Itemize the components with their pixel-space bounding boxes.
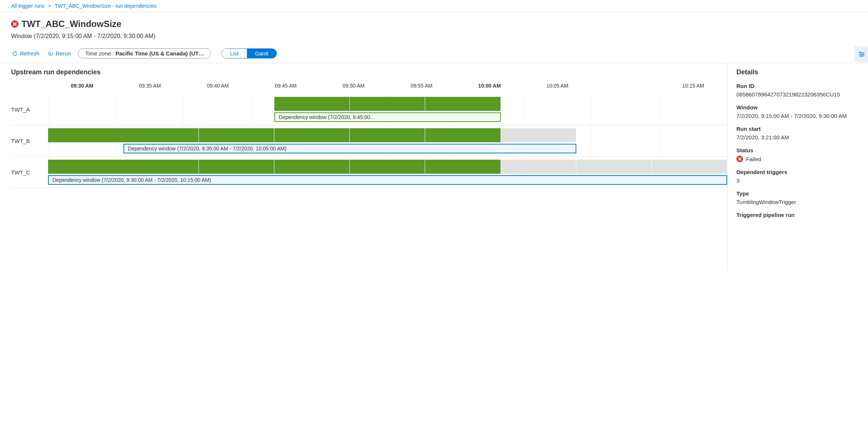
time-tick: 09:45 AM [252, 83, 320, 89]
breadcrumb-sep: > [48, 3, 51, 9]
time-tick: 09:35 AM [116, 83, 184, 89]
status-text: Failed [746, 156, 761, 162]
gantt-head: 09:30 AM09:35 AM09:40 AM09:45 AM09:50 AM… [11, 83, 727, 89]
rerun-button[interactable]: Rerun [47, 49, 72, 58]
dependency-window[interactable]: Dependency window (7/2/2020, 9:45:00… [274, 112, 501, 122]
timezone-prefix: Time zone : [85, 50, 115, 57]
toolbar: Refresh Rerun Time zone : Pacific Time (… [0, 48, 868, 63]
gantt-segment[interactable] [274, 128, 350, 142]
runid-value: 08586078964270732198223206356CU15 [736, 91, 859, 98]
gantt-segment[interactable] [501, 160, 576, 174]
time-tick: 09:55 AM [388, 83, 456, 89]
svg-point-3 [859, 52, 861, 54]
gantt-segment[interactable] [425, 160, 501, 174]
svg-point-5 [862, 54, 864, 55]
gantt-segment[interactable] [199, 160, 274, 174]
gantt-row: TWT_CDependency window (7/2/2020, 9:30:0… [11, 157, 727, 188]
gantt-segment[interactable] [199, 128, 274, 142]
gantt-segment[interactable] [350, 97, 425, 111]
gantt-row-timeline: Dependency window (7/2/2020, 9:30:00 AM … [48, 157, 727, 188]
details-panel: Details Run ID 0858607896427073219822320… [728, 63, 868, 270]
gantt-row: TWT_BDependency window (7/2/2020, 9:35:0… [11, 125, 727, 157]
status-label: Status [736, 147, 859, 153]
timezone-selector[interactable]: Time zone : Pacific Time (US & Canada) (… [78, 48, 211, 58]
time-tick: 10:00 AM [455, 83, 523, 89]
gantt-row-label: TWT_C [11, 157, 48, 188]
gantt-row: TWT_ADependency window (7/2/2020, 9:45:0… [11, 94, 727, 125]
status-value: Failed [736, 156, 859, 162]
runstart-label: Run start [736, 126, 859, 132]
gantt-toggle[interactable]: Gantt [247, 49, 277, 58]
gantt-segment[interactable] [48, 160, 199, 174]
refresh-label: Refresh [20, 50, 40, 57]
gantt-segment[interactable] [350, 128, 425, 142]
time-tick: 09:40 AM [184, 83, 252, 89]
gantt-panel: Upstream run dependencies 09:30 AM09:35 … [0, 63, 728, 270]
breadcrumb-root[interactable]: All trigger runs [11, 3, 44, 9]
gantt-row-label: TWT_A [11, 94, 48, 125]
timezone-value: Pacific Time (US & Canada) (UT… [115, 50, 204, 57]
runstart-value: 7/2/2020, 3:21:00 AM [736, 134, 859, 140]
type-label: Type [736, 190, 859, 197]
breadcrumb: All trigger runs > TWT_ABC_WindowSize - … [0, 0, 868, 12]
gantt-title: Upstream run dependencies [11, 68, 727, 76]
time-tick: 09:30 AM [48, 83, 116, 89]
gantt-segment[interactable] [48, 128, 199, 142]
gantt-segment[interactable] [350, 160, 425, 174]
pipe-label: Triggered pipeline run [736, 212, 859, 218]
gantt-segment[interactable] [425, 128, 501, 142]
window-subtitle: Window (7/2/2020, 9:15:00 AM - 7/2/2020,… [11, 33, 857, 40]
content: Upstream run dependencies 09:30 AM09:35 … [0, 63, 868, 270]
refresh-button[interactable]: Refresh [11, 49, 40, 58]
gantt-segment[interactable] [652, 160, 727, 174]
gantt-body: TWT_ADependency window (7/2/2020, 9:45:0… [11, 94, 727, 188]
error-icon [736, 156, 743, 162]
time-ticks: 09:30 AM09:35 AM09:40 AM09:45 AM09:50 AM… [48, 83, 727, 89]
window-value: 7/2/2020, 9:15:00 AM - 7/2/2020, 9:30:00… [736, 113, 859, 119]
breadcrumb-current[interactable]: TWT_ABC_WindowSize - run dependencies [55, 3, 156, 9]
settings-icon [858, 51, 865, 58]
gantt-segment[interactable] [425, 97, 501, 111]
rerun-icon [48, 51, 54, 57]
view-toggle: List Gantt [221, 48, 277, 58]
page-title: TWT_ABC_WindowSize [21, 19, 121, 29]
gantt-segment[interactable] [501, 128, 576, 142]
gantt-row-label: TWT_B [11, 125, 48, 156]
dependency-window[interactable]: Dependency window (7/2/2020, 9:35:00 AM … [123, 144, 576, 153]
deptrig-value: 3 [736, 177, 859, 184]
time-tick [591, 83, 660, 89]
settings-button[interactable] [855, 46, 868, 62]
error-icon [11, 20, 18, 28]
gantt-row-timeline: Dependency window (7/2/2020, 9:45:00… [48, 94, 727, 125]
gantt-table: 09:30 AM09:35 AM09:40 AM09:45 AM09:50 AM… [11, 83, 727, 188]
header: TWT_ABC_WindowSize Window (7/2/2020, 9:1… [0, 12, 868, 48]
gantt-segment[interactable] [274, 160, 350, 174]
refresh-icon [12, 51, 18, 57]
gantt-row-timeline: Dependency window (7/2/2020, 9:35:00 AM … [48, 125, 727, 156]
rerun-label: Rerun [56, 50, 71, 57]
details-title: Details [736, 68, 859, 76]
deptrig-label: Dependent triggers [736, 169, 859, 175]
time-tick: 09:50 AM [320, 83, 388, 89]
dependency-window[interactable]: Dependency window (7/2/2020, 9:30:00 AM … [48, 175, 727, 185]
gantt-segment[interactable] [274, 97, 350, 111]
runid-label: Run ID [736, 83, 859, 89]
svg-point-7 [861, 55, 862, 57]
gantt-segment[interactable] [576, 160, 652, 174]
time-tick: 10:05 AM [523, 83, 591, 89]
type-value: TumblingWindowTrigger [736, 199, 859, 205]
window-label: Window [736, 104, 859, 111]
time-tick: 10:15 AM [659, 83, 727, 89]
list-toggle[interactable]: List [222, 49, 247, 58]
